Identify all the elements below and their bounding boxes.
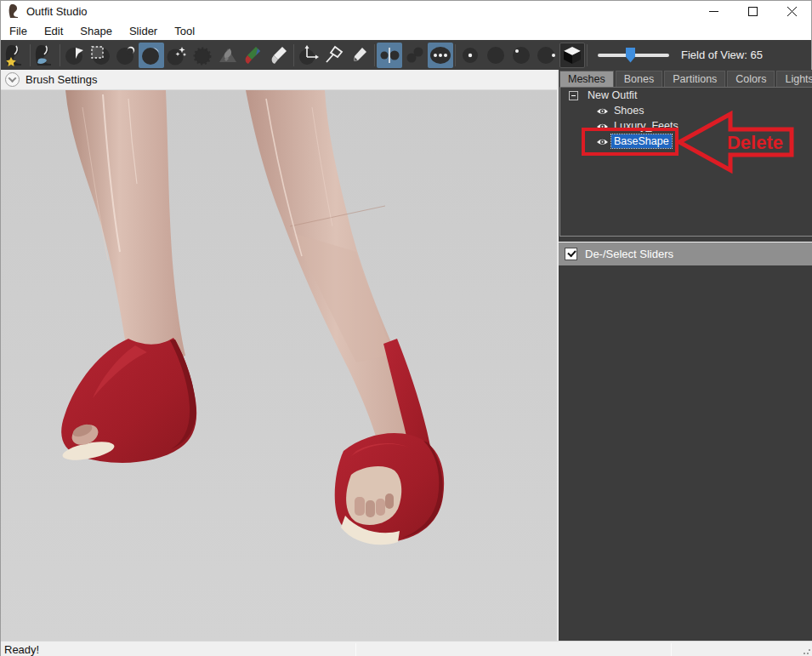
global-brush-button[interactable]	[428, 43, 453, 68]
brush-settings-pane: Brush Settings	[1, 70, 557, 90]
weight-brush-button[interactable]	[215, 43, 241, 68]
pivot-tool-button[interactable]	[321, 43, 347, 68]
mask-brush-button[interactable]	[88, 43, 113, 68]
menu-edit[interactable]: Edit	[36, 23, 71, 39]
tab-colors[interactable]: Colors	[727, 71, 775, 87]
visibility-eye-icon[interactable]	[596, 136, 609, 147]
inflate-brush-button[interactable]	[113, 43, 139, 68]
pin-icon	[323, 44, 345, 66]
chevron-down-icon	[9, 74, 17, 83]
falloff-edge-button[interactable]	[534, 43, 559, 68]
maximize-button[interactable]	[733, 1, 772, 21]
collapse-toggle[interactable]	[5, 72, 20, 87]
app-icon	[9, 4, 20, 18]
status-message: Ready!	[4, 643, 39, 656]
load-reference-button[interactable]	[32, 43, 58, 68]
select-cursor-icon	[65, 45, 85, 66]
fov-slider[interactable]	[598, 54, 669, 57]
toolbar-separator	[60, 44, 60, 66]
x-mirror-button[interactable]	[377, 43, 402, 68]
cube-icon	[562, 45, 582, 66]
move-brush-icon	[192, 45, 213, 66]
minimize-button[interactable]	[694, 1, 733, 21]
pencil-icon	[350, 46, 369, 65]
move-brush-button[interactable]	[190, 43, 215, 68]
toolbar-separator	[455, 44, 456, 66]
vertex-edit-button[interactable]	[347, 43, 372, 68]
perspective-toggle-button[interactable]	[559, 43, 585, 68]
status-divider	[355, 643, 356, 656]
smooth-brush-button[interactable]	[164, 43, 190, 68]
transform-axes-icon	[298, 44, 320, 66]
sliders-list-panel[interactable]	[559, 265, 812, 640]
tab-bar: Meshes Bones Partitions Colors Lights	[559, 71, 812, 87]
smooth-brush-icon	[167, 45, 187, 66]
close-button[interactable]	[772, 1, 811, 21]
window-title: Outfit Studio	[26, 5, 88, 18]
menu-tool[interactable]: Tool	[166, 23, 203, 39]
transform-tool-button[interactable]	[296, 43, 321, 68]
brush-settings-label: Brush Settings	[26, 73, 98, 86]
tab-bones[interactable]: Bones	[616, 71, 662, 87]
select-tool-button[interactable]	[62, 43, 88, 68]
color-brush-icon	[243, 45, 264, 66]
falloff-full-button[interactable]	[483, 43, 508, 68]
menu-shape[interactable]: Shape	[71, 23, 121, 39]
toolbar-separator	[30, 44, 31, 66]
visibility-eye-icon[interactable]	[596, 106, 609, 117]
tab-lights[interactable]: Lights	[776, 71, 812, 87]
tab-partitions[interactable]: Partitions	[664, 71, 725, 87]
menu-bar: File Edit Shape Slider Tool	[1, 21, 811, 40]
fov-slider-thumb[interactable]	[626, 48, 635, 63]
menu-slider[interactable]: Slider	[121, 23, 166, 39]
x-mirror-icon	[378, 44, 400, 66]
tab-meshes[interactable]: Meshes	[559, 71, 614, 87]
deflate-brush-icon	[141, 45, 162, 66]
toolbar-separator	[374, 44, 375, 66]
3d-viewport[interactable]	[1, 90, 557, 641]
menu-file[interactable]: File	[1, 23, 36, 39]
alpha-brush-button[interactable]	[266, 43, 292, 68]
body-brush-icon	[34, 44, 56, 66]
tree-label: Luxury_Feets	[611, 119, 681, 133]
connected-vertices-icon	[404, 44, 426, 66]
toolbar-separator	[587, 44, 588, 66]
model-render	[1, 90, 557, 641]
toolbar-separator	[293, 44, 294, 66]
connected-only-button[interactable]	[402, 43, 428, 68]
body-star-icon	[4, 44, 26, 66]
visibility-eye-icon[interactable]	[596, 121, 609, 132]
inflate-brush-icon	[116, 45, 136, 66]
close-icon	[787, 7, 797, 16]
title-bar: Outfit Studio	[1, 1, 811, 21]
weight-brush-icon	[218, 45, 238, 66]
collapse-minus-icon[interactable]	[569, 91, 578, 100]
alpha-brush-icon	[269, 45, 289, 66]
select-sliders-checkbox[interactable]	[565, 248, 577, 260]
falloff-edge-icon	[537, 45, 557, 66]
status-bar: Ready!	[1, 641, 812, 656]
mask-brush-icon	[90, 45, 111, 66]
toolbar: Field of View: 65	[1, 40, 811, 70]
global-brush-icon	[429, 44, 452, 66]
tree-item-new-outfit[interactable]: New Outfit	[560, 88, 812, 103]
tree-item-luxury-feets[interactable]: Luxury_Feets	[560, 118, 812, 134]
color-brush-button[interactable]	[241, 43, 266, 68]
tree-item-baseshape[interactable]: BaseShape	[560, 134, 812, 149]
deflate-brush-button[interactable]	[139, 43, 164, 68]
new-project-button[interactable]	[3, 43, 28, 68]
resize-grip-icon[interactable]	[803, 647, 811, 655]
falloff-full-icon	[485, 45, 506, 66]
sliders-header-bar: De-/Select Sliders	[559, 242, 812, 265]
falloff-offset-icon	[511, 45, 531, 66]
tree-item-shoes[interactable]: Shoes	[560, 103, 812, 118]
falloff-center-button[interactable]	[457, 43, 483, 68]
status-divider	[671, 643, 672, 656]
maximize-icon	[748, 7, 758, 16]
falloff-offset-button[interactable]	[508, 43, 534, 68]
sliders-header-label: De-/Select Sliders	[585, 248, 673, 260]
outfit-studio-window: Outfit Studio File Edit Shape Slider Too…	[0, 0, 812, 656]
fov-control: Field of View: 65	[598, 48, 763, 61]
tree-label: Shoes	[611, 104, 646, 117]
fov-label: Field of View: 65	[681, 48, 763, 61]
